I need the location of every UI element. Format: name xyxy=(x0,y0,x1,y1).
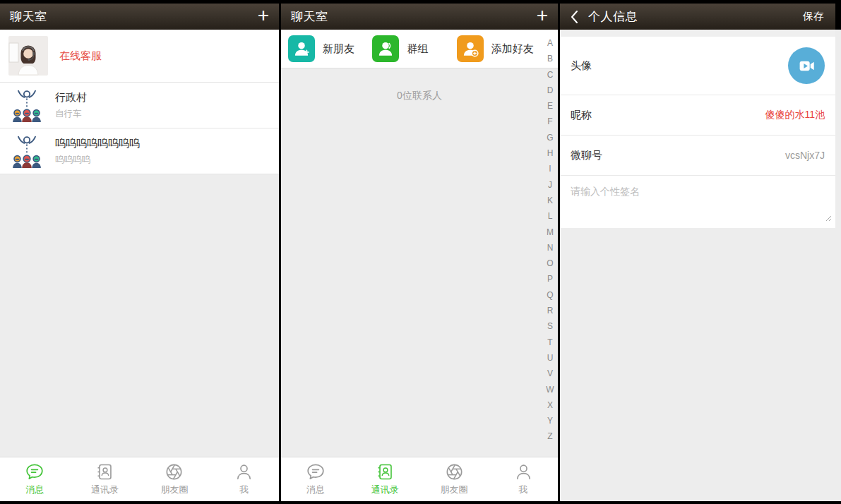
add-friend-icon xyxy=(457,35,484,62)
tab-label: 通讯录 xyxy=(371,484,399,496)
chat-id-row[interactable]: 微聊号 vcsNjx7J xyxy=(560,136,835,176)
chat-id-value: vcsNjx7J xyxy=(785,150,825,161)
tab-messages[interactable]: 消息 xyxy=(0,457,70,501)
address-book-icon xyxy=(376,463,394,481)
add-button[interactable]: + xyxy=(537,6,548,28)
chat-item-title: 行政村 xyxy=(55,91,87,104)
index-letter[interactable]: K xyxy=(547,193,553,208)
index-letter[interactable]: C xyxy=(547,67,554,83)
chat-item-title: 呜呜呜呜呜呜呜呜 xyxy=(55,137,140,150)
avatar-row[interactable]: 头像 xyxy=(560,37,835,95)
tab-moments[interactable]: 朋友圈 xyxy=(419,457,489,501)
index-letter[interactable]: D xyxy=(547,83,554,98)
index-letter[interactable]: G xyxy=(547,130,553,145)
index-letter[interactable]: F xyxy=(547,114,552,129)
user-avatar[interactable] xyxy=(788,47,825,84)
index-letter[interactable]: Q xyxy=(547,287,553,303)
chat-item-group-1[interactable]: 行政村 自行车 xyxy=(0,83,279,128)
tab-label: 消息 xyxy=(306,484,325,496)
page-title: 聊天室 xyxy=(10,8,47,25)
index-letter[interactable]: W xyxy=(546,382,554,397)
groups-icon xyxy=(372,35,399,62)
chat-item-subtitle: 自行车 xyxy=(55,108,87,120)
tab-label: 消息 xyxy=(25,484,44,496)
aperture-icon xyxy=(165,463,183,481)
aperture-icon xyxy=(446,463,463,481)
index-letter[interactable]: J xyxy=(548,177,552,193)
index-letter[interactable]: B xyxy=(547,51,553,66)
shortcut-new-friends[interactable]: 新朋友 xyxy=(288,35,372,62)
chat-item-subtitle: 呜呜呜呜 xyxy=(55,154,140,166)
index-letter[interactable]: L xyxy=(548,208,553,224)
profile-card: 头像 昵称 傻傻的水11池 微聊号 vcsNjx7J xyxy=(560,37,835,228)
app-window: 聊天室 + 在线客服 行政村 自行车 xyxy=(0,0,841,504)
resize-grip-icon[interactable] xyxy=(825,212,832,224)
chat-item-service[interactable]: 在线客服 xyxy=(0,30,279,83)
back-button[interactable] xyxy=(570,10,579,24)
avatar-label: 头像 xyxy=(571,59,592,73)
tab-contacts[interactable]: 通讯录 xyxy=(350,457,419,501)
profile-header: 个人信息 保存 xyxy=(560,4,841,30)
contacts-shortcut-row: 新朋友 群组 xyxy=(281,30,558,68)
index-letter[interactable]: O xyxy=(547,256,553,271)
shortcut-add-friend[interactable]: 添加好友 xyxy=(457,35,541,62)
profile-empty-area xyxy=(560,228,835,501)
index-letter[interactable]: T xyxy=(547,335,552,350)
index-letter[interactable]: Y xyxy=(547,413,553,428)
shortcut-groups[interactable]: 群组 xyxy=(372,35,456,62)
index-letter[interactable]: V xyxy=(547,366,553,381)
tab-contacts[interactable]: 通讯录 xyxy=(70,457,140,501)
shortcut-label: 添加好友 xyxy=(491,42,534,56)
index-letter[interactable]: N xyxy=(547,240,554,256)
tab-messages[interactable]: 消息 xyxy=(281,457,350,501)
contacts-header: 聊天室 + xyxy=(281,4,558,30)
nickname-row[interactable]: 昵称 傻傻的水11池 xyxy=(560,95,835,136)
person-icon xyxy=(515,463,532,481)
shortcut-label: 新朋友 xyxy=(323,42,354,56)
index-letter[interactable]: H xyxy=(547,145,554,161)
index-letter[interactable]: M xyxy=(547,224,554,240)
chevron-left-icon xyxy=(570,10,579,24)
signature-input[interactable] xyxy=(560,176,835,228)
new-friends-icon xyxy=(288,35,315,62)
index-letter[interactable]: P xyxy=(547,271,553,287)
save-button[interactable]: 保存 xyxy=(803,10,824,23)
tabbar-contacts: 消息 通讯录 朋友圈 我 xyxy=(281,457,558,501)
chat-item-title: 在线客服 xyxy=(59,49,102,63)
index-letter[interactable]: R xyxy=(547,303,554,318)
index-letter[interactable]: U xyxy=(547,350,554,366)
index-letter[interactable]: S xyxy=(547,318,553,334)
tab-me[interactable]: 我 xyxy=(209,457,279,501)
empty-area xyxy=(0,174,279,457)
index-letter[interactable]: I xyxy=(549,161,551,176)
tab-label: 朋友圈 xyxy=(441,484,468,496)
address-book-icon xyxy=(96,463,114,481)
tab-me[interactable]: 我 xyxy=(489,457,558,501)
tab-label: 通讯录 xyxy=(91,484,119,496)
index-letter[interactable]: X xyxy=(547,397,553,413)
index-letter[interactable]: A xyxy=(547,35,553,51)
tab-label: 朋友圈 xyxy=(160,484,188,496)
panel-profile: 个人信息 保存 头像 昵称 傻傻的水11池 微聊号 vcsN xyxy=(558,0,841,504)
index-letter[interactable]: E xyxy=(547,98,553,114)
section-gap xyxy=(560,30,835,37)
empty-contacts-text: 0位联系人 xyxy=(281,90,558,102)
nickname-label: 昵称 xyxy=(571,109,592,122)
panel-chat-list: 聊天室 + 在线客服 行政村 自行车 xyxy=(0,0,279,504)
tab-moments[interactable]: 朋友圈 xyxy=(140,457,210,501)
nickname-value: 傻傻的水11池 xyxy=(765,109,825,121)
tab-label: 我 xyxy=(519,484,528,496)
person-icon xyxy=(235,463,253,481)
group-icon xyxy=(10,134,44,168)
alphabet-index: ABCDEFGHIJKLMNOPQRSTUVWXYZ xyxy=(544,35,556,445)
group-icon xyxy=(10,88,44,122)
message-bubble-icon xyxy=(306,463,325,481)
signature-field-wrap xyxy=(560,176,835,228)
panel-contacts: 聊天室 + 新朋友 xyxy=(279,0,558,504)
page-title: 个人信息 xyxy=(588,8,638,25)
chat-item-group-2[interactable]: 呜呜呜呜呜呜呜呜 呜呜呜呜 xyxy=(0,128,279,174)
add-button[interactable]: + xyxy=(258,6,269,28)
index-letter[interactable]: Z xyxy=(547,428,552,444)
contacts-empty-area: 0位联系人 xyxy=(281,68,558,457)
tab-label: 我 xyxy=(239,484,249,496)
